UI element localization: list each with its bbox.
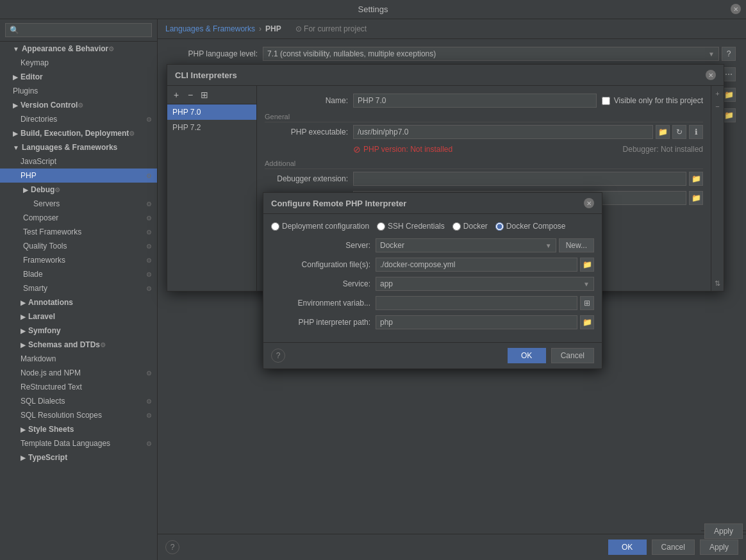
env-vars-input[interactable] — [376, 296, 577, 310]
deployment-radio-label[interactable]: Deployment configuration — [271, 222, 369, 231]
copy-interpreter-button[interactable]: ⊞ — [198, 88, 211, 101]
docker-radio-label[interactable]: Docker — [452, 222, 488, 231]
sidebar-item-restructured[interactable]: ReStructured Text — [0, 380, 157, 394]
php-path-input[interactable] — [376, 315, 577, 329]
server-combo-arrow: ▼ — [545, 242, 552, 249]
sidebar-item-version-control[interactable]: ▶ Version Control ⚙ — [0, 98, 157, 112]
sidebar-item-typescript[interactable]: ▶ TypeScript — [0, 450, 157, 465]
panel-sort-btn[interactable]: ⇅ — [713, 278, 723, 288]
sidebar-icon-directories: ⚙ — [146, 116, 152, 123]
remote-cancel-button[interactable]: Cancel — [551, 348, 594, 363]
server-combo[interactable]: Docker ▼ — [376, 238, 556, 252]
docker-compose-radio-label[interactable]: Docker Compose — [495, 222, 566, 231]
sidebar-icon-test-frameworks: ⚙ — [146, 229, 152, 236]
outer-apply-button[interactable]: Apply — [704, 523, 743, 539]
sidebar-item-javascript[interactable]: JavaScript — [0, 154, 157, 169]
docker-compose-radio[interactable] — [495, 222, 504, 231]
settings-cancel-button[interactable]: Cancel — [652, 539, 695, 555]
sidebar-label-sql-resolution: SQL Resolution Scopes — [21, 411, 102, 420]
ssh-radio-label[interactable]: SSH Credentials — [377, 222, 445, 231]
env-vars-edit-btn[interactable]: ⊞ — [580, 296, 594, 310]
sidebar-item-symfony[interactable]: ▶ Symfony — [0, 324, 157, 338]
remote-help-button[interactable]: ? — [271, 349, 285, 363]
sidebar-item-quality-tools[interactable]: Quality Tools ⚙ — [0, 239, 157, 253]
php-executable-refresh-btn[interactable]: ↻ — [672, 125, 686, 139]
settings-ok-button[interactable]: OK — [608, 539, 647, 555]
remove-interpreter-button[interactable]: − — [184, 88, 197, 101]
sidebar-item-template-data[interactable]: Template Data Languages ⚙ — [0, 436, 157, 450]
visible-only-checkbox[interactable] — [602, 97, 610, 105]
remote-dialog-close-button[interactable]: ✕ — [584, 198, 594, 208]
panel-add-btn[interactable]: + — [713, 88, 723, 99]
sidebar-item-build[interactable]: ▶ Build, Execution, Deployment ⚙ — [0, 126, 157, 140]
visible-only-checkbox-label[interactable]: Visible only for this project — [602, 96, 703, 105]
server-value-container: Docker ▼ New... — [376, 238, 594, 252]
php-language-level-text: 7.1 (const visibility, nullables, multip… — [267, 49, 436, 58]
arrow-icon: ▼ — [13, 45, 19, 53]
sidebar-item-editor[interactable]: ▶ Editor — [0, 70, 157, 84]
sidebar-item-style-sheets[interactable]: ▶ Style Sheets — [0, 422, 157, 436]
sidebar-item-blade[interactable]: Blade ⚙ — [0, 267, 157, 281]
sidebar-item-keymap[interactable]: Keymap — [0, 56, 157, 70]
debugger-extension-input[interactable] — [353, 172, 686, 186]
php-executable-browse-btn[interactable]: 📁 — [656, 125, 670, 139]
sidebar-item-annotations[interactable]: ▶ Annotations — [0, 295, 157, 309]
config-files-input[interactable] — [376, 258, 577, 272]
sidebar-item-sql-resolution[interactable]: SQL Resolution Scopes ⚙ — [0, 408, 157, 422]
sidebar-label-test-frameworks: Test Frameworks — [23, 227, 81, 236]
settings-help-button[interactable]: ? — [165, 540, 179, 554]
cli-dialog-close-button[interactable]: ✕ — [706, 70, 716, 80]
close-button[interactable]: ✕ — [731, 4, 741, 14]
php-executable-info-btn[interactable]: ℹ — [689, 125, 703, 139]
sidebar-item-debug[interactable]: ▶ Debug ⚙ — [0, 183, 157, 197]
docker-radio-text: Docker — [463, 222, 488, 231]
breadcrumb-parent[interactable]: Languages & Frameworks — [165, 24, 255, 33]
sidebar-item-servers[interactable]: Servers ⚙ — [0, 197, 157, 211]
sidebar-item-smarty[interactable]: Smarty ⚙ — [0, 281, 157, 295]
sidebar-search-container — [0, 19, 157, 42]
ssh-radio[interactable] — [377, 222, 385, 231]
new-server-button[interactable]: New... — [559, 238, 594, 252]
search-input[interactable] — [5, 23, 152, 37]
sidebar-item-schemas[interactable]: ▶ Schemas and DTDs ⚙ — [0, 338, 157, 352]
sidebar-item-frameworks[interactable]: Frameworks ⚙ — [0, 253, 157, 267]
sidebar-label-servers: Servers — [33, 199, 60, 208]
php-path-browse-btn[interactable]: 📁 — [580, 315, 594, 329]
sidebar-item-php[interactable]: PHP ⚙ — [0, 169, 157, 183]
remote-ok-button[interactable]: OK — [508, 348, 546, 363]
sidebar-item-languages[interactable]: ▼ Languages & Frameworks — [0, 140, 157, 154]
sidebar-item-laravel[interactable]: ▶ Laravel — [0, 309, 157, 324]
server-row: Server: Docker ▼ New... — [271, 238, 594, 252]
arrow-icon-typescript: ▶ — [21, 454, 26, 461]
sidebar-item-directories[interactable]: Directories ⚙ — [0, 112, 157, 126]
cli-name-input[interactable] — [353, 94, 597, 108]
php-level-help-btn[interactable]: ? — [722, 47, 736, 61]
settings-apply-button[interactable]: Apply — [700, 539, 738, 555]
panel-remove-btn[interactable]: − — [713, 101, 723, 111]
sidebar-item-composer[interactable]: Composer ⚙ — [0, 211, 157, 225]
add-interpreter-button[interactable]: + — [170, 88, 183, 101]
sidebar-item-markdown[interactable]: Markdown — [0, 352, 157, 366]
configuration-options-browse-btn[interactable]: 📁 — [689, 191, 703, 205]
docker-radio[interactable] — [452, 222, 461, 231]
sidebar-item-plugins[interactable]: Plugins — [0, 84, 157, 98]
php-executable-row: PHP executable: 📁 ↻ ℹ — [265, 125, 703, 139]
sidebar-item-test-frameworks[interactable]: Test Frameworks ⚙ — [0, 225, 157, 239]
config-files-value-container: 📁 — [376, 258, 594, 272]
debugger-extension-browse-btn[interactable]: 📁 — [689, 172, 703, 186]
sidebar-label-symfony: Symfony — [28, 326, 61, 335]
php-path-value-container: 📁 — [376, 315, 594, 329]
sidebar-item-appearance[interactable]: ▼ Appearance & Behavior ⚙ — [0, 42, 157, 56]
php-executable-input[interactable] — [353, 125, 653, 139]
cli-list-item-php70[interactable]: PHP 7.0 — [167, 104, 256, 120]
cli-list-item-php72[interactable]: PHP 7.2 — [167, 120, 256, 135]
service-combo[interactable]: app ▼ — [376, 277, 594, 291]
sidebar-item-nodejs[interactable]: Node.js and NPM ⚙ — [0, 366, 157, 380]
cli-list-toolbar: + − ⊞ — [167, 86, 256, 104]
config-files-browse-btn[interactable]: 📁 — [580, 258, 594, 272]
deployment-radio[interactable] — [271, 222, 279, 231]
sidebar-icon-schemas: ⚙ — [100, 342, 106, 349]
sidebar-item-sql-dialects[interactable]: SQL Dialects ⚙ — [0, 394, 157, 408]
php-language-level-combo[interactable]: 7.1 (const visibility, nullables, multip… — [263, 47, 719, 61]
env-vars-value-container: ⊞ — [376, 296, 594, 310]
